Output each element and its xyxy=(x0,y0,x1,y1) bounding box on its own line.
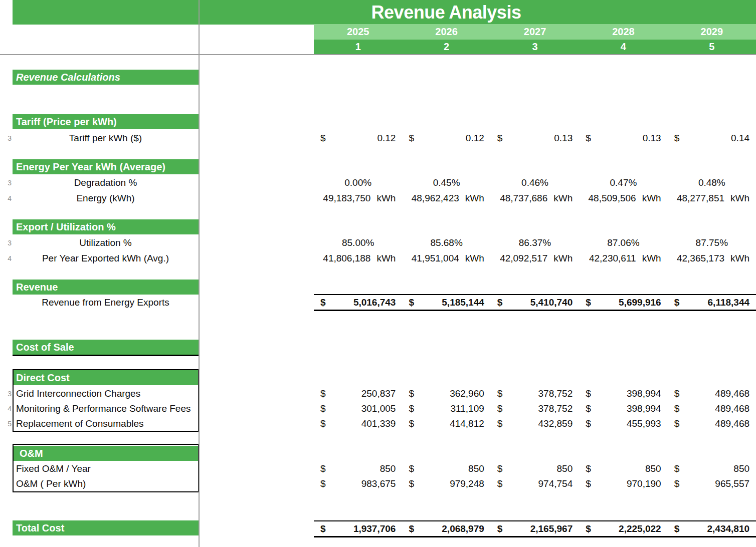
cell-fixed_om-2029[interactable]: $850 xyxy=(668,461,756,476)
cell-utilization-2026[interactable]: 85.68% xyxy=(402,235,490,250)
cell-energy_kwh-2027[interactable]: 48,737,686kWh xyxy=(491,190,579,206)
cell-om_per_kwh-2027[interactable]: $974,754 xyxy=(491,476,579,491)
cell-utilization-2029[interactable]: 87.75% xyxy=(668,235,756,250)
cell-revenue_exports-2028[interactable]: $5,699,916 xyxy=(579,295,667,310)
cell-exported_kwh-2025[interactable]: 41,806,188kWh xyxy=(314,250,402,266)
row-label-consumables[interactable]: Replacement of Consumables xyxy=(13,416,199,431)
row-label-energy_kwh[interactable]: Energy (kWh) xyxy=(13,190,199,206)
cell-monitoring-2027[interactable]: $378,752 xyxy=(491,401,579,416)
cell-consumables-2025[interactable]: $401,339 xyxy=(314,416,402,431)
year-header-2029[interactable]: 2029 xyxy=(668,24,756,40)
section-om[interactable]: O&M xyxy=(13,446,199,461)
cell-consumables-2027[interactable]: $432,859 xyxy=(491,416,579,431)
cell-degradation-2027[interactable]: 0.46% xyxy=(491,175,579,190)
row-number-degradation[interactable]: 3 xyxy=(2,175,12,190)
row-label-om_per_kwh[interactable]: O&M ( Per kWh) xyxy=(13,476,199,491)
cell-monitoring-2029[interactable]: $489,468 xyxy=(668,401,756,416)
cell-tariff_per_kwh-2025[interactable]: $0.12 xyxy=(314,130,402,146)
cell-degradation-2029[interactable]: 0.48% xyxy=(668,175,756,190)
cell-fixed_om-2025[interactable]: $850 xyxy=(314,461,402,476)
row-number-exported_kwh[interactable]: 4 xyxy=(2,250,12,266)
row-label-revenue_exports[interactable]: Revenue from Energy Exports xyxy=(13,294,199,311)
cell-om_per_kwh-2025[interactable]: $983,675 xyxy=(314,476,402,491)
section-direct-cost[interactable]: Direct Cost xyxy=(13,370,199,385)
cell-monitoring-2026[interactable]: $311,109 xyxy=(402,401,490,416)
cell-revenue_exports-2025[interactable]: $5,016,743 xyxy=(314,295,402,310)
section-cost-of-sale[interactable]: Cost of Sale xyxy=(13,340,199,355)
cell-om_per_kwh-2029[interactable]: $965,557 xyxy=(668,476,756,491)
cell-om_per_kwh-2026[interactable]: $979,248 xyxy=(402,476,490,491)
row-label-utilization[interactable]: Utilization % xyxy=(13,235,199,250)
column-index-4[interactable]: 4 xyxy=(579,40,667,54)
section-total-cost[interactable]: Total Cost xyxy=(13,520,199,535)
section-tariff[interactable]: Tariff (Price per kWh) xyxy=(13,114,199,129)
cell-exported_kwh-2026[interactable]: 41,951,004kWh xyxy=(402,250,490,266)
column-index-2[interactable]: 2 xyxy=(402,40,490,54)
currency-symbol: $ xyxy=(409,478,414,489)
cell-grid_interconnection-2025[interactable]: $250,837 xyxy=(314,386,402,401)
cell-revenue_exports-2027[interactable]: $5,410,740 xyxy=(491,295,579,310)
row-label-degradation[interactable]: Degradation % xyxy=(13,175,199,190)
cell-energy_kwh-2026[interactable]: 48,962,423kWh xyxy=(402,190,490,206)
row-label-tariff_per_kwh[interactable]: Tariff per kWh ($) xyxy=(13,130,199,146)
cell-utilization-2028[interactable]: 87.06% xyxy=(579,235,667,250)
cell-grid_interconnection-2026[interactable]: $362,960 xyxy=(402,386,490,401)
cell-monitoring-2028[interactable]: $398,994 xyxy=(579,401,667,416)
cell-tariff_per_kwh-2026[interactable]: $0.12 xyxy=(402,130,490,146)
cell-grid_interconnection-2028[interactable]: $398,994 xyxy=(579,386,667,401)
column-index-3[interactable]: 3 xyxy=(491,40,579,54)
cell-om_per_kwh-2028[interactable]: $970,190 xyxy=(579,476,667,491)
cell-total_cost_row-2025[interactable]: $1,937,706 xyxy=(314,521,402,536)
cell-exported_kwh-2028[interactable]: 42,230,611kWh xyxy=(579,250,667,266)
cell-grid_interconnection-2027[interactable]: $378,752 xyxy=(491,386,579,401)
cell-revenue_exports-2029[interactable]: $6,118,344 xyxy=(668,295,756,310)
section-export-utilization[interactable]: Export / Utilization % xyxy=(13,219,199,234)
cell-tariff_per_kwh-2029[interactable]: $0.14 xyxy=(668,130,756,146)
row-number-monitoring[interactable]: 4 xyxy=(2,401,12,416)
cell-energy_kwh-2025[interactable]: 49,183,750kWh xyxy=(314,190,402,206)
row-label-fixed_om[interactable]: Fixed O&M / Year xyxy=(13,461,199,476)
year-header-2028[interactable]: 2028 xyxy=(579,24,667,40)
cell-revenue_exports-2026[interactable]: $5,185,144 xyxy=(402,295,490,310)
cell-fixed_om-2028[interactable]: $850 xyxy=(579,461,667,476)
column-index-1[interactable]: 1 xyxy=(314,40,402,54)
year-header-2027[interactable]: 2027 xyxy=(491,24,579,40)
row-label-monitoring[interactable]: Monitoring & Performance Software Fees xyxy=(13,401,199,416)
cell-fixed_om-2026[interactable]: $850 xyxy=(402,461,490,476)
row-label-grid_interconnection[interactable]: Grid Interconnection Charges xyxy=(13,386,199,401)
column-index-5[interactable]: 5 xyxy=(668,40,756,54)
row-number-grid_interconnection[interactable]: 3 xyxy=(2,386,12,401)
row-number-utilization[interactable]: 3 xyxy=(2,235,12,250)
cell-monitoring-2025[interactable]: $301,005 xyxy=(314,401,402,416)
row-number-energy_kwh[interactable]: 4 xyxy=(2,190,12,206)
cell-fixed_om-2027[interactable]: $850 xyxy=(491,461,579,476)
cell-value: 378,752 xyxy=(538,403,573,414)
cell-degradation-2026[interactable]: 0.45% xyxy=(402,175,490,190)
section-revenue[interactable]: Revenue xyxy=(13,280,199,295)
cell-utilization-2027[interactable]: 86.37% xyxy=(491,235,579,250)
cell-utilization-2025[interactable]: 85.00% xyxy=(314,235,402,250)
cell-exported_kwh-2027[interactable]: 42,092,517kWh xyxy=(491,250,579,266)
row-number-consumables[interactable]: 5 xyxy=(2,416,12,431)
cell-total_cost_row-2028[interactable]: $2,225,022 xyxy=(579,521,667,536)
cell-tariff_per_kwh-2027[interactable]: $0.13 xyxy=(491,130,579,146)
cell-exported_kwh-2029[interactable]: 42,365,173kWh xyxy=(668,250,756,266)
section-revenue-calculations[interactable]: Revenue Calculations xyxy=(13,70,199,85)
cell-degradation-2028[interactable]: 0.47% xyxy=(579,175,667,190)
cell-consumables-2026[interactable]: $414,812 xyxy=(402,416,490,431)
cell-total_cost_row-2027[interactable]: $2,165,967 xyxy=(491,521,579,536)
cell-consumables-2028[interactable]: $455,993 xyxy=(579,416,667,431)
year-header-2026[interactable]: 2026 xyxy=(402,24,490,40)
cell-grid_interconnection-2029[interactable]: $489,468 xyxy=(668,386,756,401)
cell-total_cost_row-2026[interactable]: $2,068,979 xyxy=(402,521,490,536)
section-energy[interactable]: Energy Per Year kWh (Average) xyxy=(13,159,199,174)
cell-degradation-2025[interactable]: 0.00% xyxy=(314,175,402,190)
row-label-exported_kwh[interactable]: Per Year Exported kWh (Avg.) xyxy=(13,250,199,266)
year-header-2025[interactable]: 2025 xyxy=(314,24,402,40)
row-number-tariff_per_kwh[interactable]: 3 xyxy=(2,130,12,146)
cell-tariff_per_kwh-2028[interactable]: $0.13 xyxy=(579,130,667,146)
cell-total_cost_row-2029[interactable]: $2,434,810 xyxy=(668,521,756,536)
cell-consumables-2029[interactable]: $489,468 xyxy=(668,416,756,431)
cell-energy_kwh-2028[interactable]: 48,509,506kWh xyxy=(579,190,667,206)
cell-energy_kwh-2029[interactable]: 48,277,851kWh xyxy=(668,190,756,206)
